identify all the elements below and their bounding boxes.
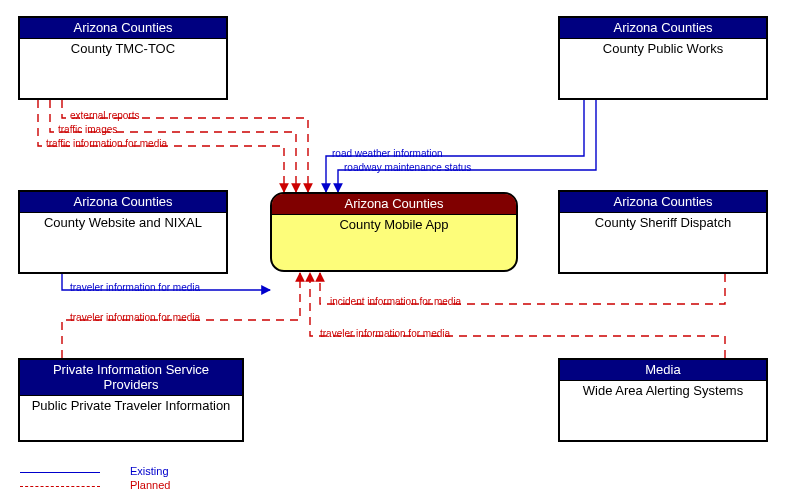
node-county-mobile-app[interactable]: Arizona Counties County Mobile App [270, 192, 518, 272]
legend-swatch-existing [20, 472, 100, 473]
node-header: Media [560, 360, 766, 381]
node-header: Arizona Counties [560, 192, 766, 213]
node-county-tmc-toc[interactable]: Arizona Counties County TMC-TOC [18, 16, 228, 100]
legend-label-planned: Planned [130, 479, 170, 491]
flow-label-traveler-info-1: traveler information for media [70, 282, 200, 293]
legend-label-existing: Existing [130, 465, 169, 477]
flow-label-incident-info: incident information for media [330, 296, 461, 307]
flow-label-traffic-images: traffic images [58, 124, 117, 135]
flow-label-traffic-info-media: traffic information for media [46, 138, 167, 149]
node-wide-area-alerting[interactable]: Media Wide Area Alerting Systems [558, 358, 768, 442]
node-header: Arizona Counties [20, 192, 226, 213]
flow-label-traveler-info-2: traveler information for media [70, 312, 200, 323]
flow-label-external-reports: external reports [70, 110, 139, 121]
flow-label-roadway-maint: roadway maintenance status [344, 162, 471, 173]
node-county-website-nixal[interactable]: Arizona Counties County Website and NIXA… [18, 190, 228, 274]
node-public-private-traveler-info[interactable]: Private Information Service Providers Pu… [18, 358, 244, 442]
node-county-public-works[interactable]: Arizona Counties County Public Works [558, 16, 768, 100]
node-header: Arizona Counties [560, 18, 766, 39]
node-county-sheriff-dispatch[interactable]: Arizona Counties County Sheriff Dispatch [558, 190, 768, 274]
legend-swatch-planned [20, 486, 100, 487]
node-header: Arizona Counties [272, 194, 516, 215]
node-header: Arizona Counties [20, 18, 226, 39]
node-title: County TMC-TOC [20, 39, 226, 58]
node-title: County Public Works [560, 39, 766, 58]
node-title: Public Private Traveler Information [20, 396, 242, 415]
flow-label-road-weather: road weather information [332, 148, 443, 159]
node-title: Wide Area Alerting Systems [560, 381, 766, 400]
node-header: Private Information Service Providers [20, 360, 242, 396]
node-title: County Sheriff Dispatch [560, 213, 766, 232]
flow-label-traveler-info-3: traveler information for media [320, 328, 450, 339]
node-title: County Website and NIXAL [20, 213, 226, 232]
node-title: County Mobile App [272, 215, 516, 234]
